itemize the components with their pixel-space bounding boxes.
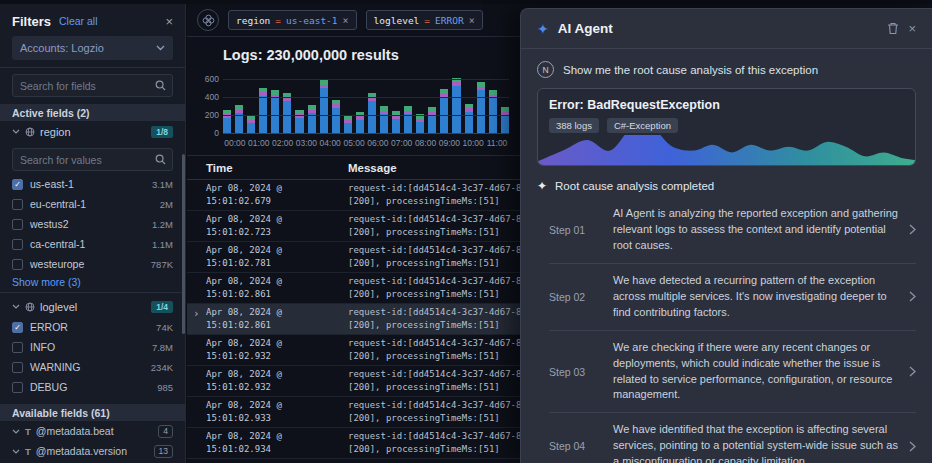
histogram-bar[interactable] <box>259 88 267 133</box>
error-sparkline-chart <box>538 135 916 165</box>
x-axis-tick: 11:00 <box>485 138 509 148</box>
histogram-bar[interactable] <box>308 105 316 133</box>
search-values-input[interactable] <box>20 154 155 166</box>
histogram-bar[interactable] <box>332 100 340 133</box>
gridline <box>223 97 509 98</box>
search-fields-box[interactable] <box>12 74 173 97</box>
close-icon[interactable]: × <box>165 15 173 28</box>
histogram-bar[interactable] <box>235 105 243 133</box>
histogram-bar[interactable] <box>247 115 255 133</box>
histogram-bar[interactable] <box>295 110 303 133</box>
bar-segment-blue <box>283 101 291 133</box>
field-group-region[interactable]: region1/8 <box>12 121 173 142</box>
clear-all-link[interactable]: Clear all <box>59 15 98 27</box>
status-sparkle-icon: ✦ <box>537 179 547 193</box>
bar-segment-blue <box>416 122 424 133</box>
sidebar-scrollbar[interactable] <box>182 154 185 334</box>
search-values-box[interactable] <box>12 148 173 171</box>
histogram-bar[interactable] <box>368 93 376 133</box>
bar-segment-blue <box>356 120 364 133</box>
histogram-bar[interactable] <box>477 82 485 133</box>
bar-segment-blue <box>501 115 509 133</box>
histogram-bar[interactable] <box>223 110 231 133</box>
chevron-right-icon[interactable] <box>909 366 916 377</box>
cell-time: Apr 08, 2024 @ 15:01:02.934 <box>206 430 348 458</box>
value-checkbox[interactable] <box>12 219 23 230</box>
column-header-time[interactable]: Time <box>206 162 348 174</box>
filter-value-row: ca-central-11.1M <box>12 234 173 254</box>
value-checkbox[interactable]: ✓ <box>12 179 23 190</box>
user-message: Show me the root cause analysis of this … <box>563 64 818 76</box>
step-label: Step 03 <box>549 366 599 378</box>
histogram-bar[interactable] <box>428 107 436 133</box>
value-checkbox[interactable] <box>12 239 23 250</box>
value-label: ca-central-1 <box>30 238 85 250</box>
histogram-bar[interactable] <box>465 104 473 133</box>
histogram-bar[interactable] <box>452 78 460 133</box>
chevron-down-icon <box>156 45 165 51</box>
filter-value-row: WARNING234K <box>12 357 173 377</box>
step-text: We have identified that the exception is… <box>613 422 899 463</box>
filter-chip[interactable]: region=us-east-1× <box>228 10 357 30</box>
analysis-step[interactable]: Step 02We have detected a recurring patt… <box>549 264 916 331</box>
trash-icon[interactable] <box>887 22 899 35</box>
knot-icon-button[interactable] <box>197 9 219 31</box>
chevron-down-icon <box>12 129 20 134</box>
field-group-loglevel[interactable]: loglevel1/4 <box>12 296 173 317</box>
step-label: Step 04 <box>549 440 599 452</box>
bar-segment-blue <box>404 114 412 133</box>
filter-chip[interactable]: loglevel=ERROR× <box>366 10 483 30</box>
value-label: DEBUG <box>30 381 67 393</box>
filter-value-row: INFO7.8M <box>12 337 173 357</box>
error-badge: C#-Exception <box>607 118 678 133</box>
histogram-bar[interactable] <box>344 115 352 133</box>
expand-row-icon[interactable]: › <box>193 307 200 320</box>
histogram-bar[interactable] <box>416 114 424 133</box>
chevron-right-icon[interactable] <box>909 291 916 302</box>
value-checkbox[interactable] <box>12 199 23 210</box>
gridline <box>223 115 509 116</box>
analysis-step[interactable]: Step 03We are checking if there were any… <box>549 331 916 414</box>
x-axis-tick: 03:00 <box>294 138 318 148</box>
y-axis-tick: 600 <box>199 74 219 84</box>
histogram-bar[interactable] <box>392 111 400 133</box>
remove-chip-icon[interactable]: × <box>469 15 475 26</box>
x-axis-tick: 02:00 <box>271 138 295 148</box>
available-field-row[interactable]: T@metadata.version13 <box>12 441 173 461</box>
histogram-bar[interactable] <box>283 93 291 133</box>
histogram-bar[interactable] <box>501 107 509 133</box>
remove-chip-icon[interactable]: × <box>343 15 349 26</box>
value-checkbox[interactable] <box>12 259 23 270</box>
filters-sidebar: Filters Clear all × Accounts: Logzio Act… <box>0 4 186 463</box>
chevron-down-icon <box>12 304 20 309</box>
field-group-label: region <box>40 126 71 138</box>
histogram-bar[interactable] <box>320 80 328 133</box>
ai-agent-panel: ✦ AI Agent × N Show me the root cause an… <box>520 8 932 463</box>
error-card[interactable]: Error: BadRequestException 388 logsC#-Ex… <box>537 88 916 166</box>
chip-field: loglevel <box>374 15 420 26</box>
value-checkbox[interactable] <box>12 362 23 373</box>
value-count: 1.1M <box>152 239 173 250</box>
histogram-bar[interactable] <box>404 106 412 133</box>
chip-operator: = <box>424 15 430 26</box>
accounts-dropdown[interactable]: Accounts: Logzio <box>12 36 173 60</box>
value-checkbox[interactable] <box>12 382 23 393</box>
chevron-down-icon <box>12 449 20 454</box>
search-fields-input[interactable] <box>20 80 155 92</box>
chevron-right-icon[interactable] <box>909 224 916 235</box>
histogram-bar[interactable] <box>440 89 448 133</box>
analysis-step[interactable]: Step 04We have identified that the excep… <box>549 413 916 463</box>
value-checkbox[interactable]: ✓ <box>12 322 23 333</box>
value-checkbox[interactable] <box>12 342 23 353</box>
logs-histogram: 0200400600 <box>223 76 509 134</box>
divider <box>0 292 185 293</box>
histogram-bar[interactable] <box>380 106 388 133</box>
y-axis-tick: 200 <box>199 110 219 120</box>
analysis-step[interactable]: Step 01AI Agent is analyzing the reporte… <box>549 197 916 264</box>
step-label: Step 01 <box>549 224 599 236</box>
available-field-row[interactable]: T@metadata.beat4 <box>12 421 173 441</box>
close-panel-icon[interactable]: × <box>908 22 916 35</box>
chevron-right-icon[interactable] <box>909 441 916 452</box>
cell-time: Apr 08, 2024 @ 15:01:02.933 <box>206 399 348 427</box>
show-more-link[interactable]: Show more (3) <box>12 276 173 288</box>
